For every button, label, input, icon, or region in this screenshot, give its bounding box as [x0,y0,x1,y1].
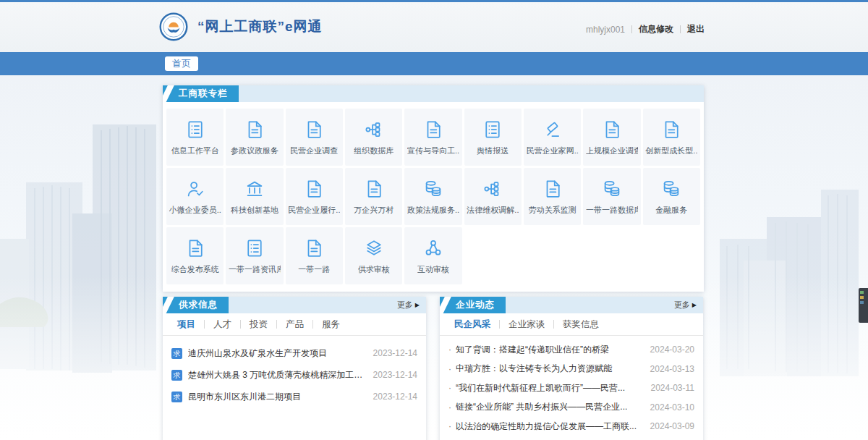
news-tabs: 民企风采企业家谈获奖信息 [440,313,703,336]
news-item-title: “我们在新时代新征程上凯歌而行”——民营... [456,382,644,394]
database-icon [660,178,682,200]
list-icon [184,119,206,140]
app-tile-label: 综合发布系统 [171,264,219,275]
demand-badge: 求 [171,348,182,359]
database-icon [601,178,623,200]
news-item[interactable]: ·链接“企业所能” 共助乡村振兴——民营企业...2024-03-10 [448,398,694,418]
widget-dot [860,291,864,294]
app-tile[interactable]: 民营企业履行... [286,168,343,225]
separator [680,25,681,33]
floating-widget[interactable] [859,288,868,323]
seal-icon [542,119,563,140]
app-tile-label: 法律维权调解... [467,205,519,216]
supply-item-date: 2023-12-14 [373,392,417,402]
app-tile[interactable]: 信息工作平台 [166,109,224,166]
more-arrow-icon: ▶ [692,302,697,308]
app-tile[interactable]: 劳动关系监测 [524,168,581,225]
app-tile[interactable]: 上规模企业调查 [583,109,640,166]
supply-panel: 供求信息 更多 ▶ 项目人才投资产品服务 求迪庆州山泉水及矿泉水生产开发项目20… [163,297,426,440]
news-item-title: 中瑞方胜：以专注铸专长为人力资源赋能 [456,363,643,375]
app-tile[interactable]: 一带一路资讯库 [226,227,283,284]
supply-more-link[interactable]: 更多 ▶ [397,297,420,313]
bullet-icon: · [448,421,451,431]
doc-icon [244,119,265,140]
app-tile-label: 民营企业履行... [288,205,340,216]
bullet-icon: · [448,344,451,355]
news-tab[interactable]: 企业家谈 [500,320,554,329]
news-item[interactable]: ·中瑞方胜：以专注铸专长为人力资源赋能2024-03-13 [448,360,694,379]
logout-link[interactable]: 退出 [687,23,705,35]
supply-panel-title: 供求信息 [163,297,229,313]
database-icon [422,178,444,200]
page: “网上工商联”e网通 mhlyjx001 信息修改 退出 首页 工商联专栏 信息… [0,0,868,440]
supply-item[interactable]: 求楚雄州大姚县 3 万吨优质薄壳核桃精深加工及科...2023-12-14 [171,364,417,386]
doc-icon [303,237,325,259]
doc-icon [303,178,325,200]
news-item[interactable]: ·知了背调：搭建起“传递职业信任”的桥梁2024-03-20 [448,340,694,360]
app-tile[interactable]: 供求审核 [345,227,402,284]
more-arrow-icon: ▶ [415,302,420,308]
apps-panel-title: 工商联专栏 [163,85,239,102]
doc-icon [422,119,444,140]
supply-item[interactable]: 求昆明市东川区东川港二期项目2023-12-14 [171,386,417,407]
app-tile[interactable]: 舆情报送 [464,109,522,166]
news-item[interactable]: ·以法治的确定性助力提信心促发展——工商联...2024-03-09 [448,417,694,436]
app-tile[interactable]: 参政议政服务 [226,109,283,166]
news-tab[interactable]: 获奖信息 [554,320,608,329]
news-item-date: 2024-03-11 [651,383,695,393]
supply-tab[interactable]: 人才 [205,320,241,329]
app-tile[interactable]: 科技创新基地 [226,168,283,225]
widget-dot [860,296,864,299]
bullet-icon: · [448,383,451,393]
app-tile-label: 政策法规服务... [407,205,459,216]
supply-tab[interactable]: 投资 [241,320,277,329]
supply-list: 求迪庆州山泉水及矿泉水生产开发项目2023-12-14求楚雄州大姚县 3 万吨优… [163,336,426,407]
account-bar: mhlyjx001 信息修改 退出 [586,23,705,35]
supply-item-date: 2023-12-14 [373,370,417,380]
app-tile-label: 创新型成长型... [645,145,697,156]
apps-panel: 工商联专栏 信息工作平台参政议政服务民营企业调查组织数据库宣传与导向工...舆情… [163,85,704,292]
app-tile[interactable]: 宣传与导向工... [404,109,461,166]
modify-info-link[interactable]: 信息修改 [639,23,673,35]
supply-tab[interactable]: 产品 [277,320,313,329]
app-tile[interactable]: 民营企业调查 [286,109,343,166]
app-tile[interactable]: 组织数据库 [345,109,402,166]
news-item-title: 知了背调：搭建起“传递职业信任”的桥梁 [456,344,643,356]
app-tile[interactable]: 小微企业委员... [166,168,224,225]
app-tile-label: 劳动关系监测 [529,205,576,216]
news-tab[interactable]: 民企风采 [446,320,500,329]
doc-icon [542,178,563,200]
news-item[interactable]: ·“我们在新时代新征程上凯歌而行”——民营...2024-03-11 [448,378,694,398]
app-tile[interactable]: 万企兴万村 [345,168,402,225]
demand-badge: 求 [171,370,182,381]
separator [631,25,632,33]
nav-home-button[interactable]: 首页 [165,56,198,71]
supply-item[interactable]: 求迪庆州山泉水及矿泉水生产开发项目2023-12-14 [171,342,417,364]
main-nav: 首页 [0,52,868,75]
app-tile-label: 小微企业委员... [169,205,221,216]
app-tile[interactable]: 法律维权调解... [464,168,522,225]
app-tile[interactable]: 民营企业家网... [524,109,581,166]
app-tile[interactable]: 创新型成长型... [643,109,700,166]
more-label: 更多 [674,300,690,310]
news-more-link[interactable]: 更多 ▶ [674,297,697,313]
supply-tab[interactable]: 服务 [313,320,349,329]
supply-item-title: 楚雄州大姚县 3 万吨优质薄壳核桃精深加工及科... [188,369,366,381]
news-item-title: 链接“企业所能” 共助乡村振兴——民营企业... [456,401,643,413]
app-tile[interactable]: 一带一路数据库 [583,168,640,225]
layers-icon [363,237,385,259]
app-tile-label: 一带一路 [298,264,330,275]
app-tile[interactable]: 综合发布系统 [166,227,224,284]
site-header: “网上工商联”e网通 mhlyjx001 信息修改 退出 [0,2,868,52]
app-tile[interactable]: 金融服务 [643,168,700,225]
supply-tab[interactable]: 项目 [169,320,205,329]
doc-icon [601,119,623,140]
app-tile[interactable]: 政策法规服务... [404,168,461,225]
doc-icon [660,119,682,140]
news-item-date: 2024-03-10 [650,402,694,412]
app-tile[interactable]: 互动审核 [404,227,461,284]
doc-icon [184,237,206,259]
list-icon [244,237,265,259]
app-tile[interactable]: 一带一路 [286,227,343,284]
network-icon [422,237,444,259]
